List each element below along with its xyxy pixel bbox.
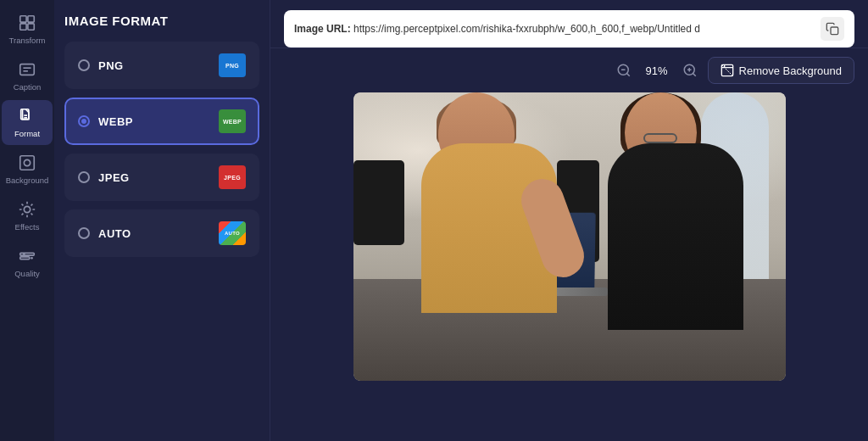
remove-bg-label: Remove Background <box>739 64 842 77</box>
format-label-webp: WEBP <box>98 115 133 128</box>
svg-rect-2 <box>20 24 26 30</box>
person2 <box>599 92 752 330</box>
svg-rect-0 <box>20 16 26 22</box>
copy-url-button[interactable] <box>821 17 844 41</box>
format-option-auto[interactable]: AUTO AUTO <box>64 209 259 257</box>
format-badge-webp: WEBP <box>219 109 246 133</box>
format-label-auto: AUTO <box>98 227 131 240</box>
main-content: Image URL: https://img.perceptpixel.com/… <box>270 0 868 441</box>
format-option-png[interactable]: PNG PNG <box>64 42 259 89</box>
format-option-webp-left: WEBP <box>78 115 133 128</box>
sidebar-item-caption[interactable]: Caption <box>2 53 53 98</box>
person2-body <box>608 143 743 330</box>
format-option-webp[interactable]: WEBP WEBP <box>64 98 259 145</box>
svg-line-19 <box>626 73 629 75</box>
format-radio-jpeg <box>78 171 90 183</box>
person2-glasses <box>643 133 677 143</box>
format-option-jpeg[interactable]: JPEG JPEG <box>64 154 259 201</box>
remove-background-button[interactable]: Remove Background <box>708 57 854 84</box>
format-option-png-left: PNG <box>78 59 124 72</box>
image-preview <box>353 92 786 381</box>
format-option-auto-left: AUTO <box>78 227 131 240</box>
format-badge-jpeg: JPEG <box>219 165 246 189</box>
svg-point-11 <box>24 159 30 165</box>
zoom-out-button[interactable] <box>613 59 635 81</box>
svg-rect-10 <box>20 156 35 170</box>
svg-rect-17 <box>831 27 838 35</box>
svg-point-15 <box>23 253 25 255</box>
url-bar: Image URL: https://img.perceptpixel.com/… <box>284 10 854 47</box>
svg-rect-1 <box>28 16 34 22</box>
url-label-text: Image URL: <box>294 23 353 35</box>
sidebar-item-format[interactable]: Format <box>2 100 53 145</box>
person1 <box>404 92 574 313</box>
format-radio-png <box>78 59 90 71</box>
format-option-jpeg-left: JPEG <box>78 171 130 184</box>
url-label: Image URL: https://img.perceptpixel.com/… <box>294 23 814 35</box>
toolbar: 91% Remove Background <box>270 48 868 92</box>
svg-line-26 <box>721 64 732 75</box>
svg-rect-14 <box>20 257 30 260</box>
chair-left <box>353 160 404 245</box>
svg-rect-13 <box>20 253 35 255</box>
svg-rect-4 <box>20 64 35 75</box>
zoom-in-button[interactable] <box>679 59 701 81</box>
format-label-png: PNG <box>98 59 124 72</box>
url-value: https://img.perceptpixel.com/rishika-fxx… <box>353 23 700 35</box>
svg-rect-25 <box>721 64 732 75</box>
photo-canvas <box>353 92 786 381</box>
sidebar-item-quality[interactable]: Quality <box>2 240 53 285</box>
zoom-value: 91% <box>642 64 672 77</box>
format-radio-auto <box>78 227 90 239</box>
format-label-jpeg: JPEG <box>98 171 130 184</box>
format-badge-auto: AUTO <box>219 221 246 245</box>
svg-line-22 <box>693 73 695 75</box>
svg-rect-3 <box>28 24 34 30</box>
svg-point-16 <box>31 257 33 260</box>
sidebar-item-effects[interactable]: Effects <box>2 193 53 238</box>
format-badge-png: PNG <box>219 53 246 77</box>
icon-sidebar: Transform Caption Format Background <box>0 0 54 441</box>
svg-point-12 <box>24 206 30 212</box>
format-radio-webp <box>78 115 90 127</box>
sidebar-item-transform[interactable]: Transform <box>2 7 53 52</box>
format-panel: IMAGE FORMAT PNG PNG WEBP WEBP JPEG JPEG <box>54 0 270 441</box>
panel-title: IMAGE FORMAT <box>64 14 259 28</box>
sidebar-item-background[interactable]: Background <box>2 147 53 192</box>
canvas-area <box>270 92 868 441</box>
